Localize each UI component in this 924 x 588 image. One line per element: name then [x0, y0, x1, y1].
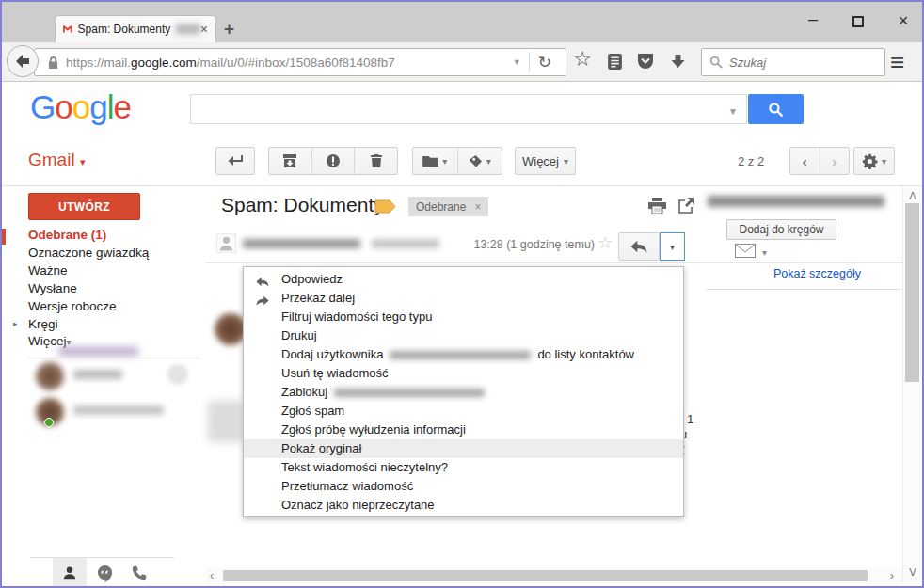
hangouts-tab-icon[interactable] — [95, 564, 114, 582]
menu-item-label: Tekst wiadomości nieczytelny? — [281, 460, 448, 474]
expander-icon[interactable]: ▸ — [13, 319, 18, 328]
menu-item-forward[interactable]: Przekaż dalej — [244, 289, 683, 308]
menu-hamburger-icon[interactable]: ≡ — [890, 50, 904, 74]
search-icon — [768, 102, 784, 118]
maximize-button[interactable] — [846, 11, 870, 32]
bookmark-star-icon[interactable]: ☆ — [570, 47, 595, 72]
delete-button[interactable] — [355, 148, 397, 174]
label-tag-icon — [469, 154, 483, 168]
sidebar-item-circles[interactable]: Kręgi — [28, 317, 193, 335]
browser-search-input[interactable] — [729, 56, 861, 70]
scroll-down-icon[interactable]: ᐯ — [906, 566, 919, 580]
pagination-group: ‹ › — [789, 147, 850, 175]
show-details-link[interactable]: Pokaż szczegóły — [736, 267, 861, 280]
selected-folder-indicator — [2, 229, 6, 245]
menu-item-filter[interactable]: Filtruj wiadomości tego typu — [244, 308, 683, 326]
newer-button[interactable]: ‹ — [790, 148, 820, 174]
vertical-scrollbar-thumb[interactable] — [905, 203, 919, 382]
logo-letter: g — [89, 88, 106, 125]
menu-item-report-spam[interactable]: Zgłoś spam — [244, 402, 683, 421]
chevron-down-icon: ▾ — [442, 156, 447, 167]
lock-icon — [48, 56, 58, 70]
archive-icon — [282, 153, 297, 168]
report-spam-icon — [326, 153, 341, 168]
menu-item-print[interactable]: Drukuj — [244, 326, 683, 345]
sidebar-item-inbox[interactable]: Odebrane (1) — [28, 228, 193, 246]
menu-item-translate[interactable]: Przetłumacz wiadomość — [244, 477, 683, 496]
google-logo: Google — [30, 88, 131, 126]
pocket-icon[interactable] — [633, 49, 658, 73]
scroll-up-icon[interactable]: ᐱ — [906, 190, 919, 203]
url-prefix: https://mail. — [66, 56, 131, 70]
url-bar[interactable]: https://mail.google.com/mail/u/0/#inbox/… — [34, 48, 566, 76]
importance-label-icon[interactable] — [374, 199, 396, 217]
mail-search-input[interactable]: ▼ — [190, 94, 747, 124]
inbox-label-chip[interactable]: Odebrane × — [408, 197, 488, 216]
new-tab-button[interactable]: + — [224, 19, 234, 40]
settings-button[interactable]: ▾ — [853, 147, 895, 175]
blurred-sender-detail — [372, 239, 439, 248]
search-options-dropdown-icon[interactable]: ▼ — [728, 106, 738, 117]
reply-icon — [630, 240, 647, 253]
labels-button[interactable]: ▾ — [457, 148, 502, 174]
menu-item-mark-unread[interactable]: Oznacz jako nieprzeczytane — [244, 496, 683, 515]
archive-button[interactable] — [269, 148, 311, 174]
sidebar-item-sent[interactable]: Wysłane — [28, 281, 193, 299]
url-history-dropdown-icon[interactable]: ▼ — [505, 57, 529, 67]
sidebar-item-starred[interactable]: Oznaczone gwiazdką — [28, 246, 193, 263]
close-button[interactable]: × — [891, 11, 916, 32]
more-actions-button[interactable]: Więcej▾ — [515, 147, 576, 175]
contacts-tab-icon[interactable] — [60, 564, 79, 582]
menu-item-block[interactable]: Zablokuj — [244, 383, 683, 402]
logo-letter: G — [30, 88, 55, 125]
blurred-contact-name — [73, 370, 122, 379]
menu-item-delete[interactable]: Usuń tę wiadomość — [244, 364, 683, 383]
menu-item-label: Filtruj wiadomości tego typu — [281, 310, 432, 324]
menu-item-message-garbled[interactable]: Tekst wiadomości nieczytelny? — [244, 458, 683, 477]
browser-search-box[interactable] — [701, 48, 885, 76]
reload-button[interactable]: ↻ — [530, 53, 560, 72]
message-actions-group — [268, 147, 398, 175]
browser-window: Spam: Dokumenty × + – × https://mail.goo… — [0, 0, 924, 588]
menu-item-reply[interactable]: Odpowiedz — [244, 270, 683, 289]
email-envelope-icon[interactable] — [735, 244, 756, 262]
phone-tab-icon[interactable] — [130, 564, 149, 582]
scroll-left-icon[interactable]: ‹ — [210, 569, 214, 582]
message-actions-dropdown[interactable]: ▾ — [660, 232, 685, 261]
mail-search-button[interactable] — [748, 94, 804, 124]
menu-item-label: Drukuj — [281, 328, 317, 342]
report-spam-button[interactable] — [312, 148, 355, 174]
add-to-circles-button[interactable]: Dodaj do kręgów — [726, 219, 836, 240]
menu-item-report-phishing[interactable]: Zgłoś próbę wyłudzenia informacji — [244, 421, 683, 439]
older-button[interactable]: › — [820, 148, 850, 174]
browser-back-button[interactable] — [7, 45, 39, 77]
print-button[interactable] — [648, 198, 667, 215]
message-context-menu: Odpowiedz Przekaż dalej Filtruj wiadomoś… — [243, 266, 684, 517]
compose-button[interactable]: UTWÓRZ — [28, 193, 140, 220]
open-in-new-window-button[interactable] — [678, 198, 697, 215]
star-message-icon[interactable]: ☆ — [597, 232, 613, 253]
chevron-down-icon[interactable]: ▾ — [762, 247, 767, 258]
blurred-chat-header — [58, 347, 138, 356]
menu-item-show-original[interactable]: Pokaż oryginał — [244, 439, 683, 458]
gmail-favicon — [63, 24, 72, 35]
minimize-button[interactable]: – — [801, 11, 825, 32]
browser-tab[interactable]: Spam: Dokumenty × — [55, 15, 216, 42]
back-to-inbox-button[interactable] — [215, 147, 255, 175]
move-to-button[interactable]: ▾ — [413, 148, 457, 174]
gmail-app-menu[interactable]: Gmail ▾ — [28, 150, 85, 170]
reading-list-icon[interactable] — [602, 49, 627, 73]
menu-item-add-contact[interactable]: Dodaj użytkownikado listy kontaktów — [244, 345, 683, 364]
chat-contact-avatar[interactable] — [36, 362, 64, 390]
reply-button[interactable] — [618, 232, 660, 261]
more-label: Więcej — [522, 154, 559, 168]
scroll-right-icon[interactable]: › — [890, 569, 894, 582]
horizontal-scrollbar-thumb[interactable] — [223, 570, 868, 581]
tab-close-icon[interactable]: × — [200, 23, 208, 36]
sidebar-item-important[interactable]: Ważne — [28, 263, 193, 281]
chip-label: Odebrane — [416, 200, 466, 214]
remove-label-icon[interactable]: × — [474, 200, 481, 214]
download-icon[interactable] — [665, 49, 690, 73]
menu-item-label: Pokaż oryginał — [281, 441, 361, 455]
sidebar-item-drafts[interactable]: Wersje robocze — [28, 299, 193, 317]
